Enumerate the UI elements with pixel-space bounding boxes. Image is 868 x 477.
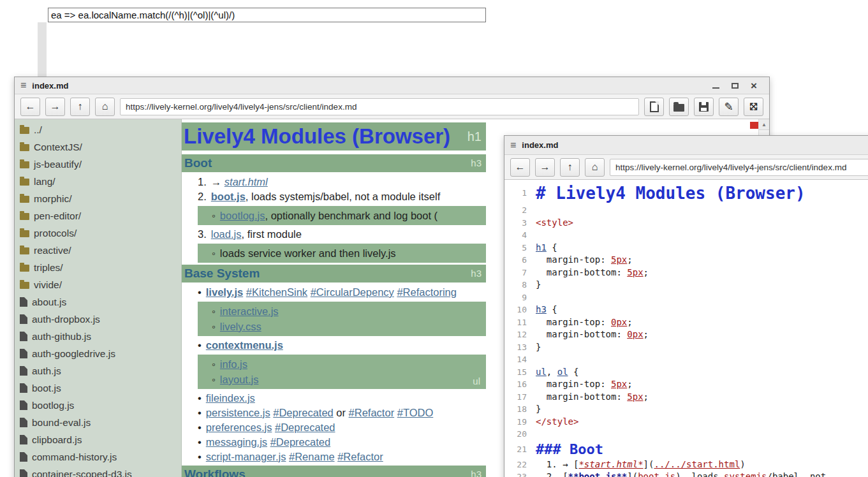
folder-item[interactable]: reactive/ bbox=[15, 242, 181, 259]
code-prompt-input[interactable] bbox=[48, 8, 486, 22]
folder-icon bbox=[20, 213, 29, 220]
token-link[interactable]: contextmenu.js bbox=[206, 339, 283, 351]
minimize-icon bbox=[712, 87, 719, 89]
file-item[interactable]: boot.js bbox=[15, 379, 181, 397]
token-link[interactable]: lively.js bbox=[206, 286, 243, 298]
list-marker: • bbox=[198, 406, 202, 420]
file-item[interactable]: container-scoped-d3.js bbox=[15, 466, 181, 477]
code-text: margin-top: 0px; bbox=[535, 316, 633, 329]
file-item[interactable]: auth.js bbox=[15, 362, 181, 379]
drag-handle[interactable] bbox=[750, 122, 758, 129]
token-link[interactable]: #Deprecated bbox=[270, 436, 330, 448]
token-link[interactable]: #Rename bbox=[289, 451, 335, 462]
minimize-button[interactable] bbox=[706, 78, 725, 92]
list-item: •fileindex.js bbox=[182, 391, 486, 406]
forward-button[interactable]: → bbox=[45, 98, 65, 116]
heading-h3: h3Base System bbox=[182, 265, 486, 283]
save-button[interactable] bbox=[694, 98, 714, 116]
token-link[interactable]: boot.js bbox=[211, 191, 246, 202]
token-link[interactable]: lively.css bbox=[220, 321, 261, 332]
nested-list: ◦info.js◦layout.jsul bbox=[198, 355, 486, 389]
menu-icon[interactable]: ≡ bbox=[20, 80, 26, 91]
token-link[interactable]: bootlog.js bbox=[220, 210, 265, 221]
token-link[interactable]: #KitchenSink bbox=[246, 286, 307, 298]
file-name: boot.js bbox=[32, 383, 61, 394]
folder-item[interactable]: ../ bbox=[15, 121, 181, 138]
folder-item[interactable]: ContextJS/ bbox=[15, 138, 181, 156]
line-number: 15 bbox=[504, 366, 535, 379]
file-item[interactable]: auth-github.js bbox=[15, 328, 181, 345]
list-marker: 3. bbox=[198, 227, 207, 242]
file-item[interactable]: auth-googledrive.js bbox=[15, 345, 181, 362]
line-number: 23 bbox=[504, 471, 535, 477]
url-input[interactable] bbox=[120, 98, 639, 115]
folder-icon bbox=[20, 179, 29, 186]
folder-item[interactable]: lang/ bbox=[15, 173, 181, 190]
forward-button[interactable]: → bbox=[535, 158, 555, 177]
token-link[interactable]: start.html bbox=[224, 176, 268, 187]
code-line: 5h1 { bbox=[504, 242, 868, 254]
token-link[interactable]: #Refactoring bbox=[397, 286, 457, 298]
tag-label: ul bbox=[473, 376, 480, 386]
folder-item[interactable]: pen-editor/ bbox=[15, 207, 181, 224]
token-link[interactable]: fileindex.js bbox=[206, 392, 255, 404]
heading-h3: h3Boot bbox=[182, 154, 486, 172]
token-link: systemjs bbox=[724, 471, 767, 477]
home-button[interactable]: ⌂ bbox=[95, 98, 115, 116]
token-link[interactable]: persistence.js bbox=[206, 407, 270, 418]
up-button[interactable]: ↑ bbox=[70, 98, 90, 116]
window2-titlebar[interactable]: ≡ index.md bbox=[504, 136, 868, 155]
token-link[interactable]: script-manager.js bbox=[206, 451, 286, 462]
token-link[interactable]: #Refactor bbox=[337, 451, 383, 462]
token-link[interactable]: #CircularDepency bbox=[311, 286, 394, 298]
file-item[interactable]: command-history.js bbox=[15, 448, 181, 466]
list-text: load.js, first module bbox=[211, 227, 302, 242]
code-line: 11 margin-top: 0px; bbox=[504, 316, 868, 329]
token-link[interactable]: load.js bbox=[211, 228, 242, 240]
close-button[interactable]: × bbox=[744, 78, 763, 92]
back-button[interactable]: ← bbox=[20, 98, 40, 116]
folder-item[interactable]: triples/ bbox=[15, 259, 181, 276]
folder-item[interactable]: vivide/ bbox=[15, 276, 181, 293]
token-link[interactable]: info.js bbox=[220, 358, 247, 370]
token-link[interactable]: layout.js bbox=[220, 374, 259, 385]
token-link: <style> bbox=[536, 217, 573, 228]
file-name: auth-dropbox.js bbox=[32, 314, 100, 325]
file-item[interactable]: about.js bbox=[15, 293, 181, 311]
code-line: 19</style> bbox=[504, 416, 868, 429]
token-text: /babel, not bbox=[767, 471, 826, 477]
window1-titlebar[interactable]: ≡ index.md × bbox=[15, 77, 769, 94]
url-input[interactable] bbox=[610, 159, 868, 176]
file-item[interactable]: bound-eval.js bbox=[15, 414, 181, 431]
browse-folder-button[interactable] bbox=[669, 98, 689, 116]
token-link[interactable]: messaging.js bbox=[206, 436, 267, 448]
folder-item[interactable]: morphic/ bbox=[15, 190, 181, 207]
home-button[interactable]: ⌂ bbox=[585, 158, 605, 177]
token-link[interactable]: #Refactor bbox=[349, 407, 395, 418]
new-file-icon bbox=[650, 101, 659, 112]
file-item[interactable]: clipboard.js bbox=[15, 431, 181, 448]
maximize-button[interactable] bbox=[725, 78, 744, 92]
token-text: ; bbox=[644, 329, 649, 339]
new-file-button[interactable] bbox=[644, 98, 664, 116]
scroll-up-button[interactable]: ▲ bbox=[759, 119, 769, 130]
menu-icon[interactable]: ≡ bbox=[510, 140, 516, 150]
token-link[interactable]: interactive.js bbox=[220, 305, 279, 317]
token-link[interactable]: #Deprecated bbox=[275, 422, 335, 433]
folder-item[interactable]: js-beautify/ bbox=[15, 156, 181, 173]
folder-item[interactable]: protocols/ bbox=[15, 224, 181, 242]
edit-button[interactable]: ✎ bbox=[719, 98, 739, 116]
file-item[interactable]: auth-dropbox.js bbox=[15, 311, 181, 328]
fullscreen-button[interactable]: ⤢ ⤡ bbox=[744, 98, 763, 116]
token-link: 5px bbox=[611, 254, 627, 265]
file-item[interactable]: bootlog.js bbox=[15, 397, 181, 414]
back-button[interactable]: ← bbox=[510, 158, 530, 177]
token-link[interactable]: #Deprecated bbox=[273, 407, 333, 418]
file-name: auth-googledrive.js bbox=[32, 348, 115, 360]
list-marker: • bbox=[198, 338, 202, 353]
code-editor[interactable]: 1# Lively4 Modules (Browser)23<style>45h… bbox=[504, 180, 868, 477]
token-link: ol bbox=[557, 367, 568, 377]
token-link[interactable]: preferences.js bbox=[206, 422, 272, 433]
up-button[interactable]: ↑ bbox=[560, 158, 580, 177]
token-link[interactable]: #TODO bbox=[397, 407, 434, 418]
